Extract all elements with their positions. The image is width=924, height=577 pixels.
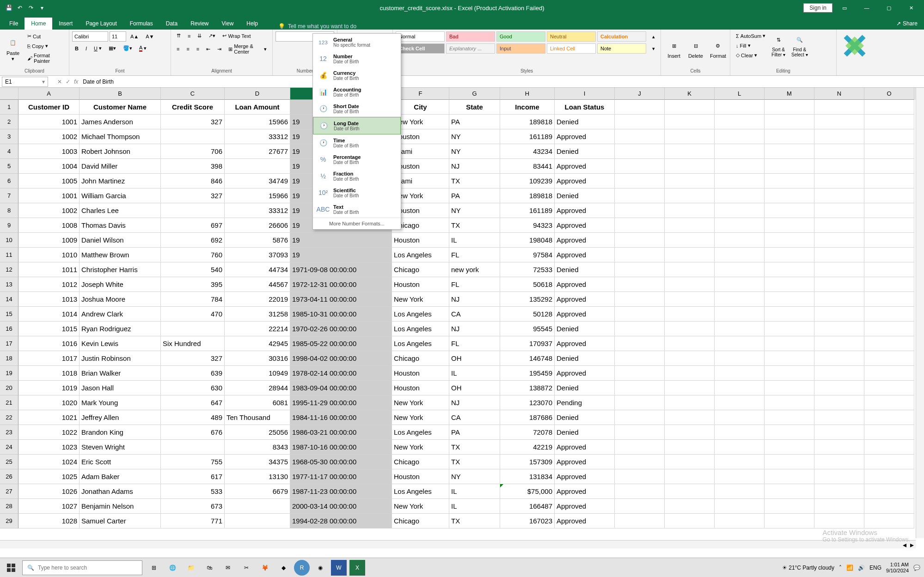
undo-icon[interactable]: ↶ (16, 4, 24, 12)
cell[interactable]: 327 (161, 188, 225, 203)
cell[interactable] (615, 307, 665, 322)
cell[interactable]: OH (449, 351, 500, 366)
cell[interactable]: 22214 (225, 322, 290, 336)
cell[interactable] (615, 129, 665, 144)
cell[interactable]: Chicago (392, 262, 449, 277)
fill-color-button[interactable]: 🪣▾ (120, 44, 135, 53)
cell[interactable]: Joseph White (80, 277, 161, 292)
cell[interactable] (765, 484, 814, 499)
cell[interactable]: PA (449, 115, 500, 129)
cell[interactable]: Charles Lee (80, 203, 161, 218)
cell[interactable] (765, 351, 814, 366)
nf-text[interactable]: ABCTextDate of Birth (313, 201, 401, 218)
cell[interactable] (765, 188, 814, 203)
cell[interactable]: 30316 (225, 351, 290, 366)
cell[interactable]: David Miller (80, 159, 161, 174)
cell[interactable] (615, 262, 665, 277)
cell[interactable]: 639 (161, 366, 225, 381)
header-cell[interactable] (814, 100, 864, 115)
cell[interactable]: 706 (161, 144, 225, 159)
column-header-I[interactable]: I (555, 88, 615, 100)
taskview-icon[interactable]: ⊞ (146, 560, 162, 576)
cell[interactable]: 1009 (18, 233, 80, 248)
cell[interactable] (161, 203, 225, 218)
row-header[interactable]: 26 (0, 469, 18, 484)
chrome-icon[interactable]: ◉ (312, 560, 328, 576)
cell[interactable] (814, 410, 864, 425)
cell[interactable]: Approved (555, 499, 615, 514)
cell[interactable]: TX (449, 218, 500, 233)
cell[interactable]: Joshua Moore (80, 292, 161, 307)
cell[interactable] (765, 233, 814, 248)
style-calculation[interactable]: Calculation (597, 31, 646, 42)
cell[interactable] (864, 188, 914, 203)
cell[interactable]: Daniel Wilson (80, 233, 161, 248)
styles-up-icon[interactable]: ▴ (649, 32, 658, 41)
cell[interactable]: FL (449, 336, 500, 351)
cell[interactable]: NY (449, 144, 500, 159)
cell[interactable]: 327 (161, 351, 225, 366)
edge-icon[interactable]: 🌐 (165, 560, 180, 576)
row-header[interactable]: 13 (0, 277, 18, 292)
nf-scientific[interactable]: 10²ScientificDate of Birth (313, 184, 401, 201)
style-check-cell[interactable]: Check Cell (396, 43, 445, 54)
align-right-icon[interactable]: ≡ (194, 45, 202, 53)
cell[interactable]: 1022 (18, 425, 80, 440)
cell[interactable]: 1971-09-08 00:00:00 (290, 262, 392, 277)
cell[interactable] (814, 395, 864, 410)
cell[interactable] (765, 115, 814, 129)
delete-cells-button[interactable]: ⊟Delete (685, 37, 706, 60)
cell[interactable]: Approved (555, 129, 615, 144)
cell[interactable]: 5876 (225, 233, 290, 248)
cell[interactable] (225, 159, 290, 174)
cell[interactable] (715, 262, 765, 277)
fill-button[interactable]: ↓Fill▾ (733, 41, 768, 50)
cell[interactable]: 95545 (500, 322, 555, 336)
cell[interactable] (665, 203, 715, 218)
cell[interactable] (615, 218, 665, 233)
cell[interactable]: Approved (555, 218, 615, 233)
cell[interactable] (715, 277, 765, 292)
cell[interactable]: NJ (449, 292, 500, 307)
cell[interactable] (864, 440, 914, 455)
cell[interactable] (615, 188, 665, 203)
cell[interactable] (765, 336, 814, 351)
merge-center-button[interactable]: ⊞Merge & Center▾ (226, 42, 269, 56)
cell[interactable] (615, 514, 665, 528)
cell[interactable] (814, 514, 864, 528)
row-header[interactable]: 24 (0, 440, 18, 455)
nf-general[interactable]: 123GeneralNo specific format (313, 34, 401, 50)
cell[interactable] (864, 174, 914, 188)
cell[interactable] (715, 115, 765, 129)
sort-filter-button[interactable]: ⇅Sort &Filter ▾ (768, 31, 789, 66)
cell[interactable] (665, 440, 715, 455)
wrap-text-button[interactable]: ↩Wrap Text (220, 31, 253, 40)
cell[interactable] (765, 174, 814, 188)
cell[interactable]: 26606 (225, 218, 290, 233)
cell[interactable] (814, 248, 864, 262)
cell[interactable] (765, 469, 814, 484)
cell[interactable]: 2000-03-14 00:00:00 (290, 499, 392, 514)
cell[interactable]: 846 (161, 174, 225, 188)
cell[interactable]: 157309 (500, 455, 555, 469)
cell[interactable]: Approved (555, 307, 615, 322)
cell[interactable]: 161189 (500, 203, 555, 218)
cell[interactable]: 42945 (225, 336, 290, 351)
cell[interactable]: Eric Scott (80, 455, 161, 469)
taskbar-clock[interactable]: 1:01 AM 9/10/2024 (886, 562, 909, 573)
cell[interactable]: Denied (555, 188, 615, 203)
cell[interactable]: Los Angeles (392, 484, 449, 499)
cell[interactable]: 33312 (225, 129, 290, 144)
cell[interactable]: 1018 (18, 366, 80, 381)
cell[interactable]: Los Angeles (392, 307, 449, 322)
cell[interactable] (615, 144, 665, 159)
cell[interactable] (715, 233, 765, 248)
column-header-K[interactable]: K (665, 88, 715, 100)
cell[interactable]: 1998-04-02 00:00:00 (290, 351, 392, 366)
row-header[interactable]: 22 (0, 410, 18, 425)
weather-widget[interactable]: ☀ 21°C Partly cloudy (782, 565, 834, 571)
italic-button[interactable]: I (83, 44, 90, 53)
cell[interactable] (765, 366, 814, 381)
cell[interactable] (864, 351, 914, 366)
header-cell[interactable] (715, 100, 765, 115)
